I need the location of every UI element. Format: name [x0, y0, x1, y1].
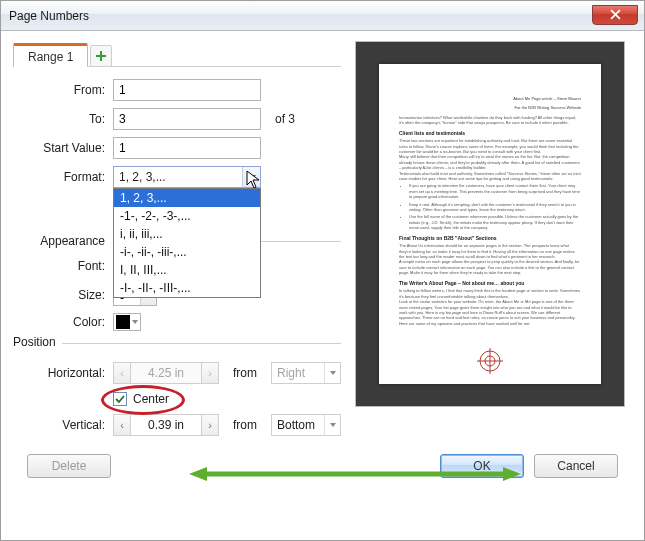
preview-heading: Final Thoughts on B2B "About" Sections	[399, 235, 581, 242]
preview-page: About Me Page article – Steve Maurer For…	[379, 64, 601, 384]
titlebar: Page Numbers	[1, 1, 644, 31]
preview-heading: The Writer's About Page – Not about me… …	[399, 280, 581, 287]
crosshair-icon	[477, 348, 503, 374]
from-word: from	[233, 366, 257, 380]
from-label: From:	[13, 83, 113, 97]
horizontal-from-value: Right	[272, 366, 324, 380]
spin-down-button: ‹	[113, 362, 131, 384]
preview-text: These two sections are important for est…	[399, 138, 581, 154]
page-total-label: of 3	[275, 112, 295, 126]
chevron-down-icon	[324, 415, 340, 435]
add-range-button[interactable]	[90, 45, 112, 67]
spin-up-button: ›	[201, 362, 219, 384]
preview-text: Testimonials also build trust and author…	[399, 171, 581, 182]
preview-text: Use the full name of the customer whenev…	[409, 214, 581, 230]
vertical-spinner[interactable]: ‹ ›	[113, 414, 219, 436]
horizontal-from-combo: Right	[271, 362, 341, 384]
delete-button[interactable]: Delete	[27, 454, 111, 478]
page-preview: About Me Page article – Steve Maurer For…	[355, 41, 625, 407]
preview-text: In talking to fellow writers, I find tha…	[399, 288, 581, 299]
horizontal-spinner: ‹ ›	[113, 362, 219, 384]
preview-text: Keep it real. Although it's tempting, do…	[409, 202, 581, 213]
preview-text: Many still believe that their competitio…	[399, 154, 581, 170]
position-legend: Position	[13, 335, 62, 349]
from-input[interactable]	[113, 79, 261, 101]
vertical-value[interactable]	[131, 414, 201, 436]
vertical-from-combo[interactable]: Bottom	[271, 414, 341, 436]
close-icon	[610, 9, 621, 20]
size-label: Size:	[13, 288, 113, 302]
tab-range-1[interactable]: Range 1	[13, 43, 88, 67]
annotation-ellipse	[101, 385, 185, 415]
start-value-label: Start Value:	[13, 141, 113, 155]
horizontal-label: Horizontal:	[13, 366, 113, 380]
window-close-button[interactable]	[592, 5, 638, 25]
to-label: To:	[13, 112, 113, 126]
format-value: 1, 2, 3,...	[114, 170, 242, 184]
preview-text: Look at the visitor statistics for your …	[399, 299, 581, 321]
preview-text: About Me Page article – Steve Maurer	[399, 96, 581, 101]
format-dropdown[interactable]: 1, 2, 3,... -1-, -2-, -3-,... i, ii, iii…	[113, 188, 261, 298]
chevron-down-icon	[130, 320, 140, 324]
preview-text: If you are going to interview the custom…	[409, 183, 581, 199]
format-option[interactable]: -1-, -2-, -3-,...	[114, 207, 260, 225]
vertical-from-value: Bottom	[272, 418, 324, 432]
format-option[interactable]: I, II, III,...	[114, 261, 260, 279]
from-word: from	[233, 418, 257, 432]
chevron-down-icon	[324, 363, 340, 383]
vertical-label: Vertical:	[13, 418, 113, 432]
appearance-label: Appearance	[13, 234, 113, 248]
range-tabs: Range 1	[13, 41, 341, 67]
format-option[interactable]: -i-, -ii-, -iii-,...	[114, 243, 260, 261]
ok-button[interactable]: OK	[440, 454, 524, 478]
to-input[interactable]	[113, 108, 261, 130]
spin-down-button[interactable]: ‹	[113, 414, 131, 436]
font-label: Font:	[13, 259, 113, 273]
color-swatch	[116, 315, 130, 329]
preview-text: humanitarian initiatives? What worthwhil…	[399, 115, 581, 126]
window-title: Page Numbers	[9, 9, 89, 23]
preview-text: A simple menu on each page allows the pr…	[399, 259, 581, 275]
format-combo[interactable]: 1, 2, 3,... 1, 2, 3,... -1-, -2-, -3-,..…	[113, 166, 261, 188]
preview-text: Here are some of my opinions and practic…	[399, 321, 581, 326]
format-option[interactable]: -I-, -II-, -III-,...	[114, 279, 260, 297]
horizontal-value	[131, 362, 201, 384]
format-option[interactable]: i, ii, iii,...	[114, 225, 260, 243]
start-value-input[interactable]	[113, 137, 261, 159]
preview-text: The About Us information should be on se…	[399, 243, 581, 259]
spin-up-button[interactable]: ›	[201, 414, 219, 436]
plus-icon	[95, 50, 107, 62]
cancel-button[interactable]: Cancel	[534, 454, 618, 478]
format-option[interactable]: 1, 2, 3,...	[114, 189, 260, 207]
preview-heading: Client lists and testimonials	[399, 130, 581, 137]
format-label: Format:	[13, 170, 113, 184]
color-picker[interactable]	[113, 313, 141, 331]
color-label: Color:	[13, 315, 113, 329]
preview-text: For the B2B Writing Success Website	[399, 105, 581, 110]
